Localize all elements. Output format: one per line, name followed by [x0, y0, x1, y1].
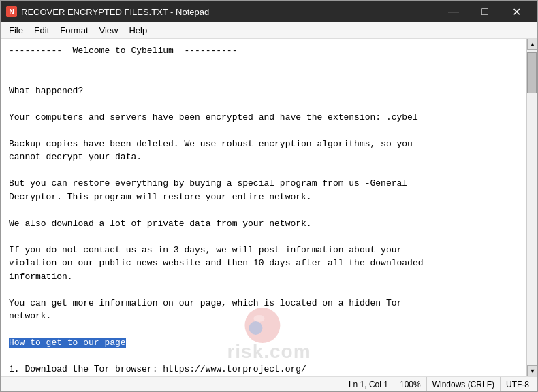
scrollbar[interactable]: ▲ ▼ — [526, 39, 537, 376]
window-title: RECOVER ENCRYPTED FILES.TXT - Notepad — [21, 7, 438, 17]
menu-format[interactable]: Format — [54, 24, 93, 37]
scroll-down-button[interactable]: ▼ — [527, 365, 537, 376]
menu-bar: File Edit Format View Help — [1, 22, 537, 39]
scroll-thumb[interactable] — [527, 52, 537, 93]
cursor-position: Ln 1, Col 1 — [343, 377, 394, 391]
status-bar: Ln 1, Col 1 100% Windows (CRLF) UTF-8 — [1, 376, 537, 391]
menu-file[interactable]: File — [3, 24, 29, 37]
menu-edit[interactable]: Edit — [29, 24, 54, 37]
app-icon: N — [6, 6, 17, 17]
window-controls: — □ ✕ — [438, 1, 532, 22]
content-area: ---------- Welcome to Cybelium ---------… — [1, 39, 537, 376]
zoom-level: 100% — [394, 377, 427, 391]
scroll-track[interactable] — [527, 50, 537, 365]
scroll-up-button[interactable]: ▲ — [527, 39, 537, 50]
text-editor[interactable]: ---------- Welcome to Cybelium ---------… — [1, 39, 526, 376]
selected-text: How to get to our page — [9, 338, 126, 348]
close-button[interactable]: ✕ — [501, 1, 532, 22]
maximize-button[interactable]: □ — [469, 1, 501, 22]
title-bar: N RECOVER ENCRYPTED FILES.TXT - Notepad … — [1, 1, 537, 22]
encoding: UTF-8 — [501, 377, 535, 391]
menu-view[interactable]: View — [94, 24, 124, 37]
app-icon-letter: N — [9, 8, 14, 16]
menu-help[interactable]: Help — [123, 24, 153, 37]
line-ending: Windows (CRLF) — [427, 377, 501, 391]
notepad-window: N RECOVER ENCRYPTED FILES.TXT - Notepad … — [0, 0, 538, 392]
minimize-button[interactable]: — — [438, 1, 469, 22]
